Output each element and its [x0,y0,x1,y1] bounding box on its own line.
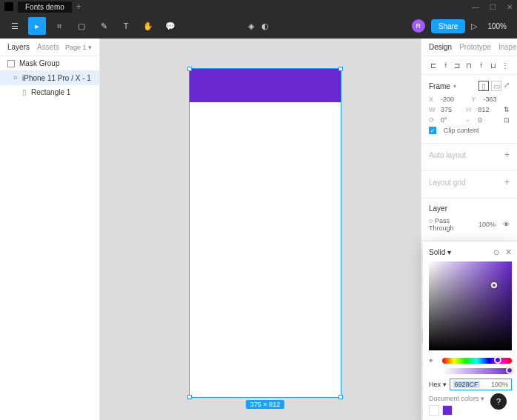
zoom-level[interactable]: 100% [483,22,511,30]
saturation-field[interactable] [429,261,512,350]
frame-layer-icon: ⌗ [13,73,18,82]
prototype-tab[interactable]: Prototype [459,43,491,51]
layoutgrid-section: Layout grid [429,179,465,187]
opacity-input[interactable]: 100% [478,221,496,228]
hand-tool-icon[interactable]: ✋ [139,17,157,35]
swatch-purple[interactable] [442,405,453,416]
align-left-icon[interactable]: ⊏ [429,61,438,70]
move-tool-icon[interactable]: ▸ [28,17,46,35]
autolayout-section: Auto layout [429,151,466,159]
blend-mode-dropdown[interactable]: ○ Pass Through [429,217,474,232]
page-selector[interactable]: Page 1 ▾ [65,44,92,51]
comment-tool-icon[interactable]: 💬 [161,17,179,35]
resize-fit-icon[interactable]: ⤢ [504,81,510,91]
assets-tab[interactable]: Assets [37,43,59,51]
rect-layer-icon: ▯ [22,88,27,96]
frame-tool-icon[interactable]: ⌗ [50,17,68,35]
layer-rectangle[interactable]: ▯ Rectangle 1 [0,85,99,99]
app-logo [4,2,13,11]
align-right-icon[interactable]: ⊐ [453,61,461,70]
frame-section: Frame [429,82,450,90]
help-button[interactable]: ? [490,393,507,410]
corner-input[interactable]: 0 [478,116,500,124]
landscape-icon[interactable]: ▭ [491,81,501,91]
layer-section: Layer [429,204,447,213]
portrait-icon[interactable]: ▯ [478,81,489,91]
pin-icon[interactable]: ⊙ [493,248,499,256]
design-tab[interactable]: Design [429,43,452,51]
component-icon[interactable]: ◈ [248,21,254,31]
color-picker: Solid ▾ ⊙ ✕ ⌖ Hex ▾ 6928CF 100% Do [423,241,517,420]
layer-mask-group[interactable]: Mask Group [0,56,99,70]
titlebar: Fonts demo + — ☐ ✕ [0,0,517,13]
mask-layer-icon [7,60,15,67]
add-tab-icon[interactable]: + [76,1,81,12]
align-vcenter-icon[interactable]: ⫲ [477,61,486,70]
saturation-cursor[interactable] [491,282,497,288]
align-controls: ⊏ ⫲ ⊐ ⊓ ⫲ ⊔ ⋮ [421,56,517,75]
align-hcenter-icon[interactable]: ⫲ [441,61,450,70]
h-input[interactable]: 812 [478,106,500,113]
w-input[interactable]: 375 [441,106,462,113]
resize-handle-tl[interactable] [187,67,192,71]
minimize-icon[interactable]: — [472,3,479,11]
resize-handle-bl[interactable] [187,395,192,399]
canvas[interactable]: 375 × 812 Solid ▾ ⊙ ✕ ⌖ Hex ▾ 6928C [100,39,421,420]
file-tab[interactable]: Fonts demo [18,1,72,13]
menu-icon[interactable]: ☰ [6,17,24,35]
hue-thumb[interactable] [494,356,501,364]
swatch-white[interactable] [429,405,439,416]
dimensions-label: 375 × 812 [246,400,284,409]
avatar[interactable]: R [412,19,425,33]
toolbar: ☰ ▸ ⌗ ▢ ✎ T ✋ 💬 ◈ ◐ R Share ▷ 100% [0,13,517,39]
eyedropper-icon[interactable]: ⌖ [429,356,438,365]
rotation-input[interactable]: 0° [441,116,462,124]
pen-tool-icon[interactable]: ✎ [95,17,113,35]
close-window-icon[interactable]: ✕ [507,3,513,11]
x-input[interactable]: -200 [441,96,467,103]
rectangle-fill[interactable] [190,69,341,102]
add-grid-icon[interactable]: + [504,177,510,187]
clip-checkbox[interactable]: ✓ [429,127,436,134]
artboard[interactable]: 375 × 812 [189,68,341,398]
maximize-icon[interactable]: ☐ [490,3,496,11]
constrain-icon[interactable]: ⇅ [504,106,510,113]
text-tool-icon[interactable]: T [117,17,135,35]
align-bottom-icon[interactable]: ⊔ [489,61,498,70]
hex-input[interactable]: 6928CF 100% [450,379,512,390]
layer-frame[interactable]: ⌗ iPhone 11 Pro / X - 1 [0,70,99,85]
share-button[interactable]: Share [431,19,466,33]
present-icon[interactable]: ▷ [471,21,477,31]
corner-detail-icon[interactable]: ⊡ [504,116,510,124]
distribute-icon[interactable]: ⋮ [501,61,510,70]
y-input[interactable]: -363 [484,96,510,103]
resize-handle-tr[interactable] [338,67,343,71]
fill-type-dropdown[interactable]: Solid ▾ [429,248,451,256]
align-top-icon[interactable]: ⊓ [464,61,473,70]
mask-icon[interactable]: ◐ [261,21,269,31]
visibility-icon[interactable]: 👁 [503,221,510,228]
hue-slider[interactable] [442,358,512,364]
close-picker-icon[interactable]: ✕ [505,247,512,257]
alpha-thumb[interactable] [506,367,513,374]
add-autolayout-icon[interactable]: + [504,150,510,160]
rectangle-tool-icon[interactable]: ▢ [73,17,90,35]
layers-panel: Layers Assets Page 1 ▾ Mask Group ⌗ iPho… [0,39,100,420]
alpha-slider[interactable] [442,368,512,374]
layers-tab[interactable]: Layers [7,43,30,51]
inspect-tab[interactable]: Inspect [498,43,517,51]
resize-handle-br[interactable] [338,395,343,399]
color-format-dropdown[interactable]: Hex ▾ [429,381,447,388]
